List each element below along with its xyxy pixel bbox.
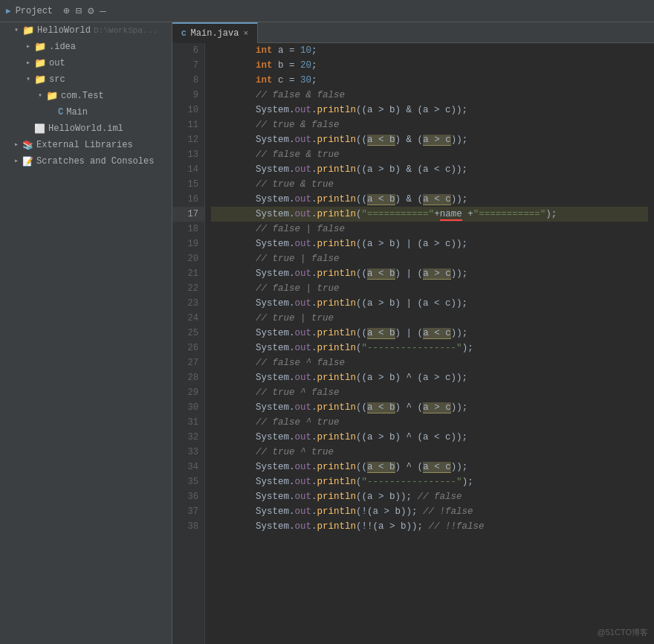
line-number: 19	[172, 236, 204, 251]
code-line: // true ^ false	[211, 385, 648, 400]
line-number: 37	[172, 504, 204, 519]
sidebar-item-idea[interactable]: ▸ 📁 .idea	[0, 39, 172, 55]
collapse-icon[interactable]: ⊟	[75, 4, 81, 17]
line-number: 25	[172, 326, 204, 341]
line-number: 21	[172, 266, 204, 281]
sidebar-item-label: HelloWorld	[37, 25, 91, 36]
sidebar-item-main[interactable]: C Main	[0, 104, 172, 120]
tree-arrow: ▸	[12, 157, 21, 166]
code-line: // false | true	[211, 281, 648, 296]
sidebar-item-label: Main	[66, 107, 88, 117]
code-editor[interactable]: 6789101112131415161718192021222324252627…	[172, 43, 654, 644]
line-number: 13	[172, 147, 204, 162]
project-label: Project	[16, 6, 53, 16]
code-line: // true | false	[211, 251, 648, 266]
sidebar-item-out[interactable]: ▸ 📁 out	[0, 55, 172, 71]
iml-icon: ⬜	[34, 123, 45, 135]
code-line: // true ^ true	[211, 445, 648, 460]
code-line: // false & true	[211, 147, 648, 162]
sidebar-item-comtest[interactable]: ▾ 📁 com.Test	[0, 88, 172, 104]
line-number: 7	[172, 58, 204, 73]
line-number: 9	[172, 88, 204, 103]
tree-arrow: ▾	[36, 91, 45, 100]
code-line: System.out.println((a > b) ^ (a < c));	[211, 430, 648, 445]
tab-close-button[interactable]: ×	[243, 29, 248, 38]
code-line: System.out.println("==========="+name +"…	[211, 207, 648, 222]
sidebar-item-label: HelloWorld.iml	[48, 123, 123, 134]
code-line: System.out.println((a > b) | (a > c));	[211, 236, 648, 251]
code-content[interactable]: int a = 10; int b = 20; int c = 30; // f…	[205, 43, 654, 644]
line-number: 34	[172, 460, 204, 474]
line-number: 20	[172, 251, 204, 266]
sidebar-item-external-libs[interactable]: ▸ 📚 External Libraries	[0, 137, 172, 153]
line-number: 10	[172, 103, 204, 117]
add-icon[interactable]: ⊕	[63, 4, 69, 17]
line-number: 12	[172, 132, 204, 147]
code-line: int b = 20;	[211, 58, 648, 73]
watermark: @51CTO博客	[598, 627, 648, 638]
line-number: 33	[172, 445, 204, 460]
line-numbers: 6789101112131415161718192021222324252627…	[172, 43, 205, 644]
code-line: System.out.println((a < b) & (a > c));	[211, 132, 648, 147]
sidebar-item-label: .idea	[49, 42, 76, 52]
folder-icon: 📁	[34, 74, 46, 86]
line-number: 22	[172, 281, 204, 296]
lib-icon: 📚	[22, 140, 33, 151]
line-number: 29	[172, 385, 204, 400]
code-line: // true & true	[211, 177, 648, 192]
line-number: 17	[172, 207, 204, 222]
code-line: System.out.println((a > b) | (a < c));	[211, 296, 648, 311]
tab-bar[interactable]: C Main.java ×	[172, 22, 654, 43]
title-bar-icons[interactable]: ⊕ ⊟ ⚙ —	[63, 4, 106, 17]
line-number: 38	[172, 519, 204, 534]
code-line: System.out.println((a > b) & (a < c));	[211, 162, 648, 177]
main-layout: ▾ 📁 HelloWorld D:\WorkSpa... ▸ 📁 .idea ▸…	[0, 22, 654, 644]
code-line: System.out.println("----------------");	[211, 474, 648, 489]
line-number: 31	[172, 415, 204, 430]
line-number: 14	[172, 162, 204, 177]
sidebar-item-helloworld[interactable]: ▾ 📁 HelloWorld D:\WorkSpa...	[0, 22, 172, 39]
code-line: // false ^ true	[211, 415, 648, 430]
sidebar[interactable]: ▾ 📁 HelloWorld D:\WorkSpa... ▸ 📁 .idea ▸…	[0, 22, 172, 644]
line-number: 8	[172, 73, 204, 88]
tree-arrow: ▾	[12, 26, 21, 35]
line-number: 36	[172, 489, 204, 504]
sidebar-item-label: src	[49, 74, 65, 85]
line-number: 27	[172, 355, 204, 370]
code-line: System.out.println((a > b) & (a > c));	[211, 103, 648, 117]
line-number: 32	[172, 430, 204, 445]
minimize-icon[interactable]: —	[100, 5, 106, 17]
code-line: System.out.println((a > b)); // false	[211, 489, 648, 504]
code-line: // true & false	[211, 117, 648, 132]
tree-arrow: ▸	[24, 42, 33, 51]
editor-area: C Main.java × 67891011121314151617181920…	[172, 22, 654, 644]
tab-main-java[interactable]: C Main.java ×	[172, 22, 258, 43]
line-number: 26	[172, 341, 204, 355]
folder-icon: 📁	[46, 90, 58, 102]
code-line: // false | false	[211, 222, 648, 236]
code-line: // false & false	[211, 88, 648, 103]
code-line: System.out.println((a < b) & (a < c));	[211, 192, 648, 207]
line-number: 16	[172, 192, 204, 207]
settings-icon[interactable]: ⚙	[88, 4, 94, 17]
java-tab-icon: C	[181, 29, 187, 38]
code-line: System.out.println("----------------");	[211, 341, 648, 355]
code-line: // false ^ false	[211, 355, 648, 370]
code-line: System.out.println((a < b) ^ (a > c));	[211, 400, 648, 415]
title-bar: ▶ Project ⊕ ⊟ ⚙ —	[0, 0, 654, 22]
line-number: 23	[172, 296, 204, 311]
code-line: System.out.println((a < b) ^ (a < c));	[211, 460, 648, 474]
line-number: 30	[172, 400, 204, 415]
folder-icon: 📁	[34, 57, 46, 69]
project-path: D:\WorkSpa...	[94, 26, 158, 35]
tree-arrow	[48, 108, 56, 117]
sidebar-item-src[interactable]: ▾ 📁 src	[0, 71, 172, 88]
sidebar-item-scratches[interactable]: ▸ 📝 Scratches and Consoles	[0, 153, 172, 170]
sidebar-item-label: out	[49, 58, 65, 68]
line-number: 11	[172, 117, 204, 132]
code-line: // true | true	[211, 311, 648, 326]
line-number: 24	[172, 311, 204, 326]
tree-arrow: ▸	[12, 141, 21, 149]
code-line: int a = 10;	[211, 43, 648, 58]
sidebar-item-iml[interactable]: ⬜ HelloWorld.iml	[0, 120, 172, 137]
